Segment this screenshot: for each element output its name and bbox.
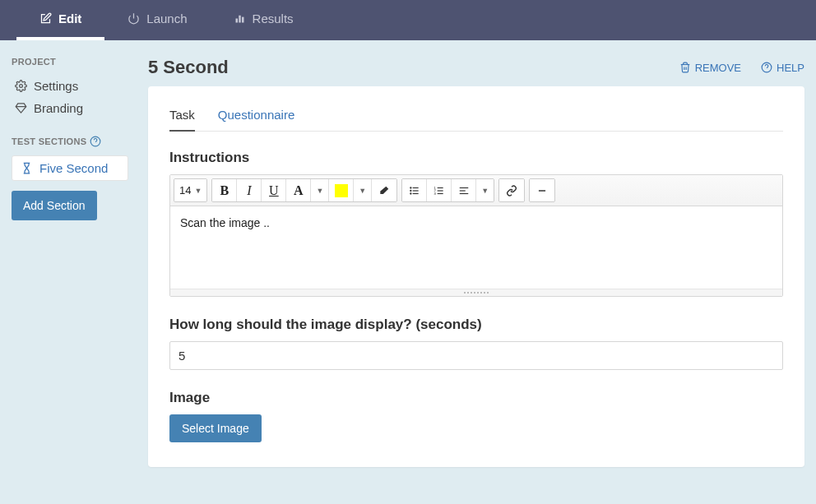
bold-button[interactable]: B (212, 179, 237, 201)
nav-tab-results[interactable]: Results (211, 0, 317, 40)
font-size-select[interactable]: 14▼ (174, 179, 206, 201)
svg-rect-15 (437, 187, 443, 187)
svg-rect-2 (239, 16, 241, 23)
align-button[interactable] (452, 179, 476, 201)
sidebar-item-label: Settings (34, 79, 78, 93)
trash-icon (679, 62, 691, 73)
font-color-button[interactable]: A (286, 179, 311, 201)
svg-rect-10 (412, 187, 418, 187)
remove-label: REMOVE (695, 62, 741, 74)
help-button[interactable]: HELP (761, 62, 804, 74)
instructions-label: Instructions (169, 150, 783, 166)
svg-rect-3 (242, 17, 244, 23)
help-circle-icon (761, 62, 772, 73)
tab-questionnaire[interactable]: Questionnaire (218, 103, 294, 132)
ordered-list-button[interactable]: 123 (427, 179, 452, 201)
align-icon (458, 185, 470, 197)
nav-tab-launch[interactable]: Launch (104, 0, 210, 40)
link-button[interactable] (499, 179, 524, 201)
svg-rect-16 (437, 190, 443, 191)
duration-input[interactable] (169, 341, 783, 370)
list-ol-icon: 123 (434, 185, 445, 197)
list-ul-icon (409, 185, 420, 197)
editor-toolbar: 14▼ B I U A ▼ ▼ (170, 175, 782, 206)
svg-rect-22 (459, 190, 465, 191)
select-image-button[interactable]: Select Image (169, 414, 262, 442)
sidebar: PROJECT Settings Branding TEST SECTIONS … (0, 40, 140, 504)
nav-tab-label: Edit (58, 12, 81, 25)
tab-task[interactable]: Task (169, 103, 195, 132)
italic-button[interactable]: I (237, 179, 262, 201)
chart-icon (234, 12, 246, 25)
highlight-button[interactable] (329, 179, 354, 201)
test-section-item[interactable]: Five Second (12, 155, 128, 181)
sidebar-item-label: Branding (34, 101, 83, 115)
svg-point-11 (410, 189, 411, 191)
image-label: Image (169, 390, 783, 406)
sidebar-heading-project: PROJECT (12, 57, 128, 67)
svg-rect-17 (437, 192, 443, 193)
gear-icon (15, 80, 27, 92)
card-tabs: Task Questionnaire (169, 103, 783, 132)
svg-point-9 (410, 187, 411, 188)
svg-point-4 (20, 85, 23, 88)
font-color-caret[interactable]: ▼ (311, 179, 329, 201)
sidebar-item-settings[interactable]: Settings (12, 75, 128, 97)
svg-rect-21 (459, 187, 468, 187)
align-caret[interactable]: ▼ (476, 179, 494, 201)
highlight-swatch-icon (335, 184, 348, 197)
editor-resize-handle[interactable] (170, 289, 782, 296)
hourglass-icon (21, 162, 33, 174)
hr-button[interactable] (530, 179, 554, 201)
nav-tab-label: Results (253, 12, 294, 25)
duration-label: How long should the image display? (seco… (169, 317, 783, 333)
svg-rect-1 (235, 19, 238, 23)
svg-text:3: 3 (434, 191, 436, 195)
rich-text-editor: 14▼ B I U A ▼ ▼ (169, 174, 783, 297)
eraser-icon (378, 185, 390, 197)
svg-rect-23 (459, 192, 468, 193)
card: Task Questionnaire Instructions 14▼ B I … (148, 86, 804, 467)
page-title: 5 Second (148, 57, 229, 78)
sidebar-heading-test-sections: TEST SECTIONS (12, 136, 128, 147)
unordered-list-button[interactable] (402, 179, 427, 201)
edit-icon (39, 12, 52, 25)
editor-body[interactable]: Scan the image .. (170, 206, 782, 289)
remove-button[interactable]: REMOVE (679, 62, 741, 74)
power-icon (128, 12, 140, 25)
help-circle-icon[interactable] (90, 136, 101, 147)
svg-rect-14 (412, 192, 418, 193)
diamond-icon (15, 102, 27, 114)
link-icon (506, 185, 517, 197)
svg-point-13 (410, 192, 411, 194)
svg-rect-12 (412, 190, 418, 191)
clear-format-button[interactable] (372, 179, 396, 201)
nav-tab-edit[interactable]: Edit (16, 0, 104, 40)
minus-icon (536, 185, 548, 197)
top-nav: Edit Launch Results (0, 0, 816, 40)
help-label: HELP (777, 62, 804, 74)
sidebar-item-branding[interactable]: Branding (12, 97, 128, 119)
highlight-caret[interactable]: ▼ (354, 179, 372, 201)
add-section-button[interactable]: Add Section (12, 191, 97, 220)
underline-button[interactable]: U (262, 179, 286, 201)
nav-tab-label: Launch (146, 12, 187, 25)
test-section-label: Five Second (39, 161, 108, 175)
